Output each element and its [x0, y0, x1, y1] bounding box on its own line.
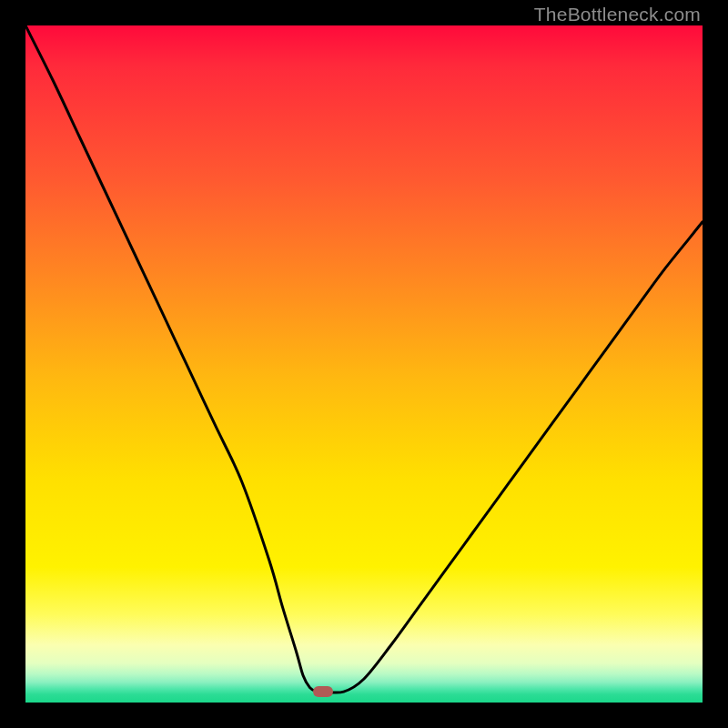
optimal-point-marker	[313, 686, 333, 697]
bottleneck-curve	[25, 25, 703, 703]
watermark-text: TheBottleneck.com	[534, 4, 701, 25]
plot-area	[25, 25, 703, 703]
chart-frame: TheBottleneck.com	[0, 0, 728, 728]
